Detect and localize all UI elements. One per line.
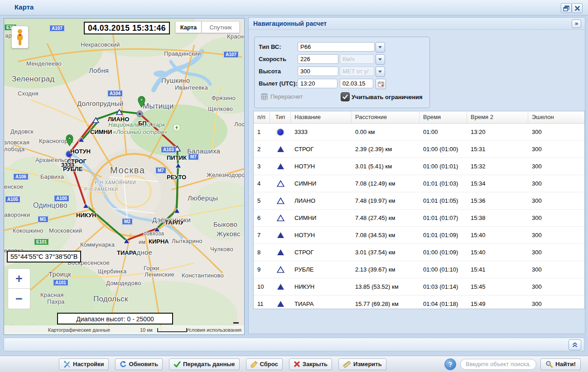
column-header-5[interactable]: Время 2	[467, 111, 528, 123]
table-row[interactable]: 133330.00 км01:0013:20300	[254, 124, 584, 141]
aircraft-type-input[interactable]	[298, 42, 375, 52]
reset-button[interactable]: Сброс	[246, 358, 283, 370]
marker-pin-a[interactable]: A	[66, 134, 73, 146]
search-input[interactable]	[460, 359, 536, 370]
table-row[interactable]: 6СИМНИ7.48 (27.45) км01:01 (01:07)15:383…	[254, 210, 584, 227]
collapse-panel-button[interactable]: »	[572, 19, 581, 28]
waypoint-triangle-filled	[270, 146, 291, 153]
pegman-control[interactable]	[11, 26, 29, 48]
waypoint-name: НИКУН	[291, 283, 352, 290]
row-number: 5	[254, 197, 270, 204]
time: 01:01 (01:09)	[419, 232, 467, 238]
column-header-2[interactable]: Название	[291, 111, 352, 123]
waypoint-name: СИМНИ	[291, 215, 352, 221]
measure-button-label: Измерить	[353, 361, 382, 367]
altitude-slider-handle[interactable]	[233, 322, 239, 324]
recalculate-button[interactable]: Перерасчет	[261, 93, 303, 100]
svg-text:A: A	[68, 136, 70, 140]
time: 01:00 (01:10)	[419, 266, 467, 273]
flight-level: 300	[528, 146, 584, 153]
restore-icon	[563, 5, 569, 11]
waypoint-name: СТРОГ	[291, 249, 352, 256]
distance: 3.01 (37.54) км	[352, 249, 419, 256]
table-row[interactable]: 4СИМНИ7.08 (12.49) км01:01 (01:03)15:343…	[254, 175, 584, 192]
column-header-4[interactable]: Время	[419, 111, 467, 123]
recalculate-label: Перерасчет	[270, 93, 303, 100]
waypoint-triangle-outline	[270, 180, 291, 187]
close-button[interactable]: Закрыть	[289, 358, 332, 370]
window-titlebar: Карта	[0, 0, 588, 15]
zoom-out-button[interactable]: −	[8, 289, 30, 309]
waypoint-triangle-outline	[270, 197, 291, 204]
table-row[interactable]: 8СТРОГ3.01 (37.54) км01:00 (01:09)15:403…	[254, 244, 584, 261]
map-datetime: 04.03.2015 15:31:46	[84, 22, 170, 34]
satellite-view-button[interactable]: Спутник	[202, 21, 240, 33]
calendar-icon	[378, 81, 384, 87]
restrictions-checkbox[interactable]	[341, 92, 350, 101]
table-row[interactable]: 11ТИАРА15.77 (69.28) км01:04 (01:18)15:4…	[254, 296, 584, 309]
time: 01:01 (01:07)	[419, 215, 467, 221]
altitude-input[interactable]	[298, 67, 338, 76]
settings-button[interactable]: Настройки	[59, 358, 109, 370]
distance: 2.39 (2.39) км	[352, 146, 419, 153]
time2: 15:34	[467, 180, 528, 187]
waypoint-name: НОТУН	[291, 163, 352, 170]
departure-time-input[interactable]	[298, 79, 337, 88]
restore-window-button[interactable]	[561, 3, 572, 13]
speed-input[interactable]	[298, 54, 338, 64]
table-row[interactable]: 9РУБЛЕ2.13 (39.67) км01:00 (01:10)15:413…	[254, 261, 584, 278]
waypoint-name: 3333	[291, 129, 352, 135]
row-number: 3	[254, 163, 270, 170]
table-row[interactable]: 3НОТУН3.01 (5.41) км01:00 (01:01)15:3230…	[254, 158, 584, 175]
row-number: 10	[254, 283, 270, 290]
checkmark-icon	[342, 95, 348, 100]
map-view-button[interactable]: Карта	[175, 21, 202, 33]
waypoint-circle	[270, 129, 291, 135]
table-row[interactable]: 10НИКУН13.85 (53.52) км01:03 (01:14)15:4…	[254, 278, 584, 296]
column-header-1[interactable]: Тип	[270, 111, 291, 123]
time2: 15:45	[467, 283, 528, 290]
help-button[interactable]: ?	[444, 358, 456, 370]
coordinates-display: 55°44'55"С 37°38'50"В	[7, 251, 81, 262]
park-poi-icon[interactable]	[173, 124, 180, 131]
altitude-unit-dropdown-button[interactable]	[376, 67, 385, 77]
magnifier-icon	[545, 361, 553, 368]
close-window-button[interactable]	[572, 3, 583, 13]
height-range-box: Диапазон высот: 0 - 25000	[57, 313, 173, 324]
marker-pin-b[interactable]: B	[138, 96, 145, 108]
table-row[interactable]: 5ЛИАНО7.48 (19.97) км01:01 (01:05)15:363…	[254, 192, 584, 210]
flight-level: 300	[528, 180, 584, 187]
table-row[interactable]: 2СТРОГ2.39 (2.39) км01:00 (01:00)15:3130…	[254, 141, 584, 158]
zoom-in-button[interactable]: +	[8, 268, 30, 289]
row-number: 1	[254, 129, 270, 135]
measure-button[interactable]: Измерить	[338, 358, 386, 370]
time2: 15:40	[467, 232, 528, 238]
column-header-6[interactable]: Эшелон	[528, 111, 584, 123]
reset-button-label: Сброс	[260, 361, 278, 367]
flight-level: 300	[528, 232, 584, 238]
table-row[interactable]: 7НОТУН7.08 (34.53) км01:01 (01:09)15:403…	[254, 227, 584, 244]
time: 01:01 (01:03)	[419, 180, 467, 187]
departure-date-input[interactable]	[340, 79, 373, 88]
map-scale-bar	[157, 328, 187, 332]
waypoint-name: ЛИАНО	[291, 197, 352, 204]
transmit-button[interactable]: Передать данные	[169, 358, 240, 370]
navigation-panel: Навигационный расчет » Тип ВС: Скорость …	[248, 17, 585, 334]
column-header-0[interactable]: п/п	[254, 111, 270, 123]
find-button[interactable]: Найти!	[540, 358, 581, 370]
refresh-button[interactable]: Обновить	[115, 358, 163, 370]
flight-form: Тип ВС: Скорость Высота Вылет (UTC):	[254, 37, 430, 108]
terms-link[interactable]: Условия использования	[186, 327, 241, 333]
column-header-3[interactable]: Расстояние	[352, 111, 419, 123]
calendar-button[interactable]	[376, 79, 386, 89]
close-icon	[574, 5, 580, 11]
speed-unit-dropdown-button[interactable]	[376, 54, 385, 65]
ruler-icon	[343, 361, 351, 368]
map[interactable]: аровоНекрасовскийМенделеевоПравдинскийЛо…	[4, 18, 245, 335]
aircraft-type-dropdown-button[interactable]	[376, 42, 385, 52]
departure-label: Вылет (UTC):	[259, 80, 297, 87]
time2: 15:41	[467, 266, 528, 273]
collapse-statusbar-button[interactable]	[569, 339, 581, 350]
waypoint-name: ТИАРА	[291, 300, 352, 307]
map-scale-label: 10 км	[140, 327, 153, 333]
